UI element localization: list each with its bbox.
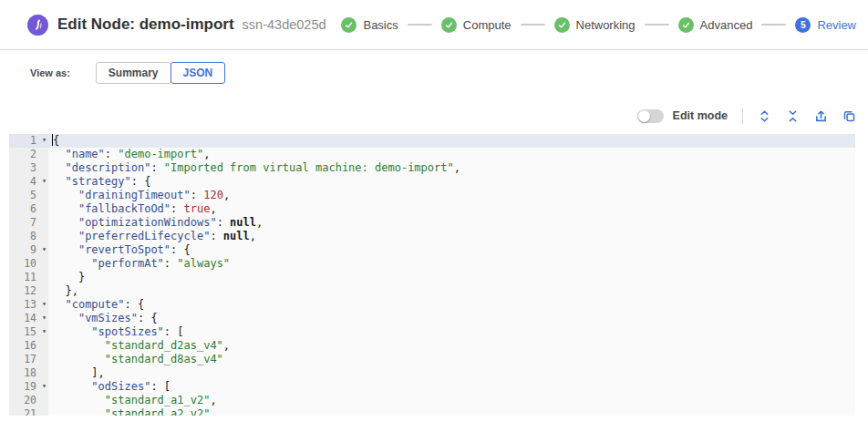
code-line: 6 "fallbackToOd": true,	[9, 202, 855, 216]
step-review[interactable]: 5Review	[795, 17, 856, 33]
code-line: 20 "standard_a1_v2",	[9, 394, 855, 407]
step-connector	[408, 24, 432, 26]
export-icon[interactable]	[813, 108, 828, 123]
step-label: Advanced	[700, 18, 753, 32]
fold-toggle-icon[interactable]: ▾	[42, 297, 46, 311]
code-line: 9▾ "revertToSpot": {	[9, 243, 855, 257]
code-line: 18 ],	[9, 366, 855, 380]
code-content[interactable]: "revertToSpot": {	[48, 243, 855, 257]
step-label: Basics	[363, 18, 398, 32]
code-line: 21 "standard_a2_v2"	[9, 407, 855, 416]
collapse-all-icon[interactable]	[785, 108, 800, 123]
line-number: 6	[9, 202, 48, 216]
toolbar-divider	[742, 108, 743, 124]
code-line: 17 "standard_d8as_v4"	[9, 353, 855, 366]
code-content[interactable]: "standard_a1_v2",	[48, 394, 855, 407]
line-number: 20	[9, 394, 48, 407]
fold-toggle-icon[interactable]: ▾	[42, 379, 46, 393]
fold-toggle-icon[interactable]: ▾	[42, 242, 46, 256]
code-content[interactable]: "drainingTimeout": 120,	[48, 189, 855, 202]
step-label: Networking	[576, 18, 636, 32]
code-line: 12 },	[9, 284, 855, 298]
line-number: 21	[9, 407, 48, 416]
line-number: 1▾	[9, 134, 48, 148]
line-number: 4▾	[9, 175, 48, 189]
step-check-icon	[441, 17, 457, 33]
step-compute[interactable]: Compute	[441, 17, 512, 33]
code-content[interactable]: "preferredLifecycle": null,	[48, 230, 855, 243]
line-number: 19▾	[9, 380, 48, 394]
fold-toggle-icon[interactable]: ▾	[42, 311, 46, 324]
code-line: 5 "drainingTimeout": 120,	[9, 189, 855, 202]
line-number: 17	[9, 353, 48, 366]
code-line: 13▾ "compute": {	[9, 298, 855, 312]
toggle-knob	[638, 110, 650, 122]
code-line: 19▾ "odSizes": [	[9, 380, 855, 394]
code-line: 4▾ "strategy": {	[9, 175, 855, 189]
page-title: Edit Node: demo-import	[57, 15, 234, 34]
step-connector	[521, 24, 545, 26]
code-content[interactable]: },	[48, 284, 855, 298]
view-as-summary-button[interactable]: Summary	[96, 62, 171, 84]
code-content[interactable]: "name": "demo-import",	[48, 148, 855, 161]
code-line: 8 "preferredLifecycle": null,	[9, 230, 855, 243]
code-line: 1▾{	[9, 134, 855, 148]
wizard-header: Edit Node: demo-import ssn-43de025d Basi…	[0, 0, 868, 50]
code-content[interactable]: ],	[48, 366, 855, 380]
code-line: 2 "name": "demo-import",	[9, 148, 855, 161]
code-line: 10 "performAt": "always"	[9, 257, 855, 271]
line-number: 8	[9, 230, 48, 243]
line-number: 7	[9, 216, 48, 230]
node-id: ssn-43de025d	[243, 17, 326, 32]
code-content[interactable]: "vmSizes": {	[48, 312, 855, 325]
code-content[interactable]: "standard_a2_v2"	[48, 407, 855, 416]
line-number: 14▾	[9, 312, 48, 325]
fold-toggle-icon[interactable]: ▾	[42, 174, 46, 188]
code-line: 15▾ "spotSizes": [	[9, 325, 855, 339]
code-content[interactable]: "standard_d8as_v4"	[48, 353, 855, 366]
code-content[interactable]: "fallbackToOd": true,	[48, 202, 855, 216]
edit-mode-label: Edit mode	[673, 109, 728, 122]
expand-all-icon[interactable]	[757, 108, 771, 123]
code-content[interactable]: "optimizationWindows": null,	[48, 216, 855, 230]
fold-toggle-icon[interactable]: ▾	[42, 134, 46, 147]
view-as-json-button[interactable]: JSON	[170, 62, 226, 84]
json-editor[interactable]: 1▾{2 "name": "demo-import",3 "descriptio…	[9, 134, 855, 416]
step-connector	[645, 24, 669, 26]
step-networking[interactable]: Networking	[554, 17, 636, 33]
line-number: 11	[9, 271, 48, 284]
code-content[interactable]: "standard_d2as_v4",	[48, 339, 855, 353]
code-content[interactable]: "description": "Imported from virtual ma…	[48, 161, 855, 175]
view-as-segmented-control: SummaryJSON	[96, 62, 225, 84]
step-label: Review	[817, 18, 856, 32]
step-label: Compute	[463, 18, 512, 32]
copy-icon[interactable]	[842, 108, 856, 123]
edit-mode-toggle[interactable]	[637, 109, 664, 123]
code-line: 11 }	[9, 271, 855, 284]
code-content[interactable]: "odSizes": [	[48, 380, 855, 394]
code-content[interactable]: {	[48, 134, 855, 148]
code-content[interactable]: "compute": {	[48, 298, 855, 312]
fold-toggle-icon[interactable]: ▾	[42, 324, 46, 338]
step-check-icon	[678, 17, 694, 33]
code-content[interactable]: "spotSizes": [	[48, 325, 855, 339]
spot-logo-icon	[27, 15, 48, 36]
line-number: 2	[9, 148, 48, 161]
code-content[interactable]: }	[48, 271, 855, 284]
editor-toolbar: Edit mode	[0, 107, 868, 125]
line-number: 15▾	[9, 325, 48, 339]
code-content[interactable]: "performAt": "always"	[48, 257, 855, 271]
line-number: 13▾	[9, 298, 48, 312]
step-connector	[761, 24, 786, 26]
stepper: BasicsComputeNetworkingAdvanced5Review	[341, 17, 856, 33]
step-advanced[interactable]: Advanced	[678, 17, 753, 33]
step-number-badge: 5	[795, 17, 811, 33]
view-as-bar: View as: SummaryJSON	[0, 50, 868, 83]
step-basics[interactable]: Basics	[341, 17, 398, 33]
line-number: 9▾	[9, 243, 48, 257]
line-number: 12	[9, 284, 48, 298]
line-number: 3	[9, 161, 48, 175]
code-content[interactable]: "strategy": {	[48, 175, 855, 189]
code-line: 3 "description": "Imported from virtual …	[9, 161, 855, 175]
view-as-label: View as:	[30, 67, 70, 78]
